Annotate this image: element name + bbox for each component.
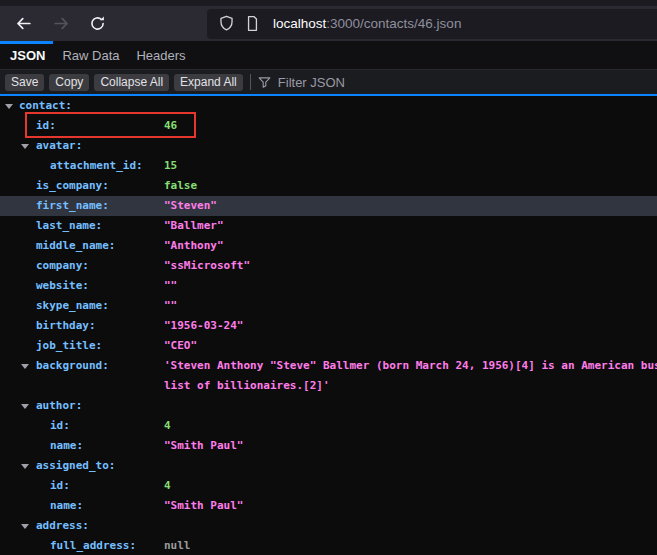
json-row[interactable]: full_address:null — [0, 536, 657, 555]
toolbar-separator — [250, 74, 251, 90]
json-value: 'Steven Anthony "Steve" Ballmer (born Ma… — [164, 356, 657, 396]
json-value: 15 — [164, 156, 177, 176]
json-value: null — [164, 536, 191, 555]
twisty-collapse-icon[interactable] — [21, 404, 29, 409]
json-row[interactable]: contact: — [0, 96, 657, 116]
json-value: "CEO" — [164, 336, 197, 356]
tab-headers[interactable]: Headers — [136, 48, 185, 63]
twisty-collapse-icon[interactable] — [5, 104, 13, 109]
json-key: middle_name: — [36, 236, 115, 256]
json-row[interactable]: website:"" — [0, 276, 657, 296]
active-tab-indicator — [0, 41, 53, 44]
json-key: full_address: — [50, 536, 136, 555]
url-path: :3000/contacts/46.json — [326, 16, 461, 31]
json-key: website: — [36, 276, 89, 296]
filter-json-input[interactable]: Filter JSON — [257, 75, 345, 90]
json-key: background: — [36, 356, 109, 376]
filter-placeholder: Filter JSON — [278, 75, 345, 90]
json-row[interactable]: name:"Smith Paul" — [0, 436, 657, 456]
json-key: id: — [50, 476, 70, 496]
tracking-protection-shield-icon[interactable] — [218, 15, 235, 32]
collapse-all-button[interactable]: Collapse All — [94, 74, 169, 91]
json-viewer-tab-bar: JSON Raw Data Headers — [0, 41, 657, 70]
json-value: "Steven" — [164, 196, 217, 216]
twisty-collapse-icon[interactable] — [21, 364, 29, 369]
json-row[interactable]: avatar: — [0, 136, 657, 156]
json-row[interactable]: job_title:"CEO" — [0, 336, 657, 356]
json-row[interactable]: is_company:false — [0, 176, 657, 196]
json-key: last_name: — [36, 216, 102, 236]
json-key: id: — [36, 116, 56, 136]
json-key: company: — [36, 256, 89, 276]
json-value: "Smith Paul" — [164, 436, 243, 456]
json-key: name: — [50, 436, 83, 456]
json-row[interactable]: background:'Steven Anthony "Steve" Ballm… — [0, 356, 657, 396]
tab-json[interactable]: JSON — [10, 48, 45, 63]
forward-button[interactable] — [46, 10, 76, 38]
json-key: author: — [36, 396, 82, 416]
json-key: attachment_id: — [50, 156, 143, 176]
page-info-icon[interactable] — [244, 15, 261, 32]
url-host: localhost — [273, 16, 326, 31]
json-row[interactable]: author: — [0, 396, 657, 416]
reload-icon — [89, 15, 106, 32]
expand-all-button[interactable]: Expand All — [174, 74, 243, 91]
json-value: "Smith Paul" — [164, 496, 243, 516]
json-value: "" — [164, 296, 177, 316]
address-bar[interactable]: localhost:3000/contacts/46.json — [207, 9, 657, 39]
twisty-collapse-icon[interactable] — [21, 524, 29, 529]
forward-arrow-icon — [53, 15, 70, 32]
reload-button[interactable] — [82, 10, 112, 38]
json-value: 46 — [164, 116, 177, 136]
json-row[interactable]: id:46 — [0, 116, 657, 136]
json-key: birthday: — [36, 316, 96, 336]
json-row[interactable]: last_name:"Ballmer" — [0, 216, 657, 236]
json-key: contact: — [19, 96, 72, 116]
json-row[interactable]: id:4 — [0, 416, 657, 436]
json-row[interactable]: middle_name:"Anthony" — [0, 236, 657, 256]
json-key: assigned_to: — [36, 456, 115, 476]
json-key: job_title: — [36, 336, 102, 356]
json-row[interactable]: birthday:"1956-03-24" — [0, 316, 657, 336]
json-tree: contact:id:46avatar:attachment_id:15is_c… — [0, 96, 657, 555]
json-key: id: — [50, 416, 70, 436]
copy-button[interactable]: Copy — [49, 74, 89, 91]
url-text: localhost:3000/contacts/46.json — [273, 16, 461, 31]
save-button[interactable]: Save — [5, 74, 44, 91]
json-row[interactable]: assigned_to: — [0, 456, 657, 476]
twisty-collapse-icon[interactable] — [21, 464, 29, 469]
json-viewer-toolbar: Save Copy Collapse All Expand All Filter… — [0, 70, 657, 94]
json-value: "Ballmer" — [164, 216, 224, 236]
json-value: "1956-03-24" — [164, 316, 243, 336]
json-key: skype_name: — [36, 296, 109, 316]
json-key: avatar: — [36, 136, 82, 156]
json-key: address: — [36, 516, 89, 536]
json-key: first_name: — [36, 196, 109, 216]
json-value: "ssMicrosoft" — [164, 256, 250, 276]
filter-funnel-icon — [257, 75, 272, 90]
json-value: false — [164, 176, 197, 196]
json-row[interactable]: company:"ssMicrosoft" — [0, 256, 657, 276]
json-row[interactable]: skype_name:"" — [0, 296, 657, 316]
json-row[interactable]: first_name:"Steven" — [0, 196, 657, 216]
tab-raw-data[interactable]: Raw Data — [62, 48, 119, 63]
json-value: 4 — [164, 476, 171, 496]
json-row[interactable]: attachment_id:15 — [0, 156, 657, 176]
json-row[interactable]: name:"Smith Paul" — [0, 496, 657, 516]
json-value: 4 — [164, 416, 171, 436]
json-value: "Anthony" — [164, 236, 224, 256]
twisty-collapse-icon[interactable] — [21, 144, 29, 149]
json-key: name: — [50, 496, 83, 516]
json-row[interactable]: address: — [0, 516, 657, 536]
back-button[interactable] — [8, 10, 38, 38]
json-value: "" — [164, 276, 177, 296]
json-key: is_company: — [36, 176, 109, 196]
json-row[interactable]: id:4 — [0, 476, 657, 496]
back-arrow-icon — [15, 15, 32, 32]
browser-navigation-bar: localhost:3000/contacts/46.json — [0, 6, 657, 41]
